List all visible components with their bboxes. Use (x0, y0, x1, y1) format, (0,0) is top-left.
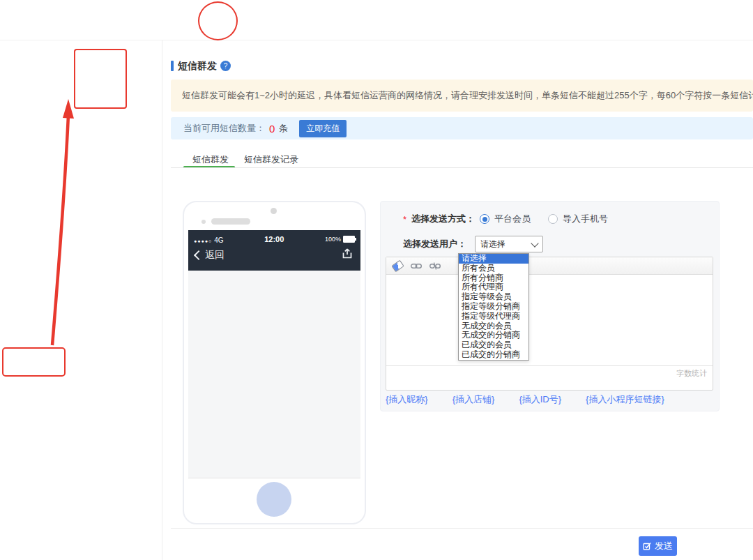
editor-toolbar (386, 257, 713, 275)
warning-text: 短信群发可能会有1~2小时的延迟，具体看短信运营商的网络情况，请合理安排发送时间… (182, 89, 753, 102)
tab-sms-bulk[interactable]: 短信群发 (192, 153, 229, 166)
phone-nav-bar: 返回 (188, 245, 360, 262)
dropdown-option[interactable]: 已成交的会员 (459, 340, 528, 350)
phone-speaker-bar (211, 218, 250, 225)
tab-sms-bulk-records[interactable]: 短信群发记录 (244, 153, 298, 166)
dropdown-option[interactable]: 已成交的分销商 (459, 350, 528, 360)
battery-icon (343, 236, 355, 243)
radio-import-phone[interactable] (548, 214, 558, 224)
credit-label: 当前可用短信数量： (183, 122, 265, 135)
top-navigation-bar (0, 0, 753, 40)
help-icon[interactable]: ? (220, 61, 231, 71)
dropdown-option[interactable]: 指定等级代理商 (459, 312, 528, 321)
dropdown-option[interactable]: 请选择 (459, 254, 528, 264)
send-user-label: 选择发送用户： (403, 238, 466, 250)
phone-time: 12:00 (264, 235, 284, 243)
sms-content-input[interactable] (386, 275, 713, 365)
footer-divider (171, 528, 753, 529)
radio-label-import-phone[interactable]: 导入手机号 (563, 213, 608, 225)
battery-indicator: 100% (325, 236, 355, 243)
word-count-label: 字数统计 (676, 368, 707, 379)
chevron-down-icon (531, 239, 538, 247)
send-check-icon (643, 542, 651, 550)
send-button[interactable]: 发送 (639, 536, 677, 556)
title-accent-bar (171, 61, 174, 71)
user-select[interactable]: 请选择 (475, 236, 543, 252)
phone-status-area: ●●●●○4G 12:00 100% 返回 (188, 230, 360, 271)
sms-content-editor: 字数统计 (386, 257, 713, 391)
share-icon (341, 248, 353, 262)
back-control: 返回 (195, 249, 225, 262)
insert-store-link[interactable]: {插入店铺} (452, 393, 495, 406)
credit-unit: 条 (279, 122, 288, 135)
submenu-panel (66, 40, 162, 560)
battery-percent: 100% (325, 236, 341, 243)
dropdown-option[interactable]: 无成交的分销商 (459, 331, 528, 340)
recharge-button[interactable]: 立即充值 (299, 120, 347, 137)
chevron-left-icon (194, 250, 204, 259)
radio-label-platform-members[interactable]: 平台会员 (494, 213, 531, 225)
user-select-dropdown: 请选择 所有会员 所有分销商 所有代理商 指定等级会员 指定等级分销商 指定等级… (458, 253, 529, 361)
send-button-label: 发送 (655, 540, 673, 552)
signal-indicator: ●●●●○4G (194, 233, 223, 245)
phone-camera-dot (271, 208, 277, 214)
insert-variable-links: {插入昵称} {插入店铺} {插入ID号} {插入小程序短链接} (386, 393, 664, 406)
eraser-icon[interactable] (393, 262, 403, 270)
back-label: 返回 (205, 249, 225, 262)
send-user-row: 选择发送用户： 请选择 (403, 236, 543, 252)
dropdown-option[interactable]: 指定等级分销商 (459, 302, 528, 312)
unlink-icon[interactable] (429, 262, 441, 270)
phone-status-bar: ●●●●○4G 12:00 100% (188, 230, 360, 245)
required-star: * (403, 214, 406, 225)
page-title: 短信群发 (178, 60, 217, 73)
editor-status-bar: 字数统计 (386, 365, 713, 381)
dropdown-option[interactable]: 指定等级会员 (459, 292, 528, 302)
select-value: 请选择 (480, 239, 505, 250)
insert-id-link[interactable]: {插入ID号} (519, 393, 561, 406)
phone-message-preview (188, 271, 360, 478)
phone-sensor-dot (201, 220, 206, 224)
dropdown-option[interactable]: 所有会员 (459, 264, 528, 273)
tabs-divider (171, 167, 753, 168)
sms-credit-banner: 当前可用短信数量： 0 条 立即充值 (171, 117, 753, 139)
phone-home-button (257, 482, 291, 517)
dropdown-option[interactable]: 无成交的会员 (459, 321, 528, 331)
sidebar-marketing-menu (0, 40, 67, 560)
insert-nickname-link[interactable]: {插入昵称} (386, 393, 428, 406)
send-method-row: * 选择发送方式： 平台会员 导入手机号 (403, 213, 621, 225)
warning-banner: 短信群发可能会有1~2小时的延迟，具体看短信运营商的网络情况，请合理安排发送时间… (171, 80, 753, 112)
dropdown-option[interactable]: 所有代理商 (459, 282, 528, 292)
insert-miniprogram-shortlink[interactable]: {插入小程序短链接} (586, 393, 664, 406)
send-method-label: 选择发送方式： (411, 213, 475, 225)
link-icon[interactable] (411, 263, 422, 269)
credit-value: 0 (269, 123, 275, 135)
dropdown-option[interactable]: 所有分销商 (459, 273, 528, 283)
radio-platform-members[interactable] (480, 214, 489, 224)
